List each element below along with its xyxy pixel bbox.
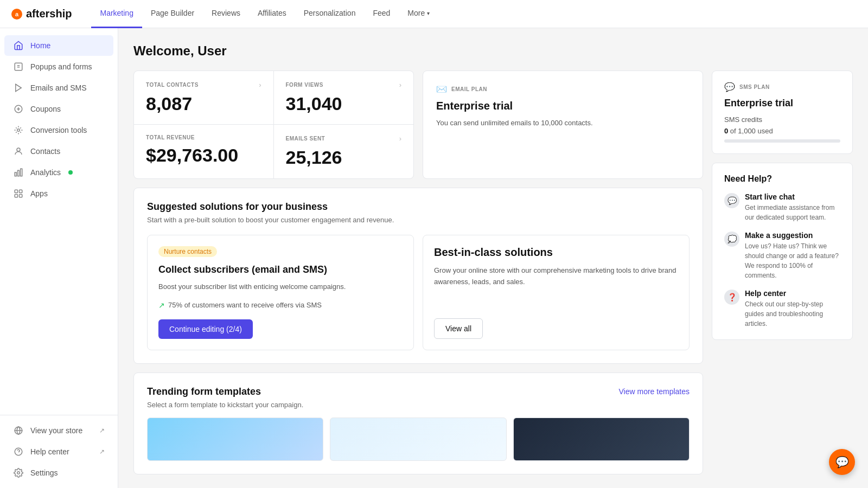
nav-reviews[interactable]: Reviews — [203, 0, 249, 28]
continue-editing-button[interactable]: Continue editing (2/4) — [158, 319, 253, 339]
emails-sent-value: 25,126 — [286, 147, 402, 168]
emails-sent-arrow: › — [399, 134, 401, 143]
external-link-icon-help: ↗ — [99, 448, 105, 455]
sidebar-menu: Home Popups and forms Emails and SMS Cou… — [0, 28, 118, 415]
settings-icon — [13, 467, 24, 478]
sidebar-settings[interactable]: Settings — [4, 463, 113, 483]
sidebar-item-contacts[interactable]: Contacts — [4, 141, 113, 162]
solutions-title: Suggested solutions for your business — [147, 201, 690, 213]
analytics-icon — [13, 167, 24, 178]
stat-emails-sent[interactable]: EMAILS SENT › 25,126 — [274, 125, 414, 178]
svg-rect-9 — [15, 172, 16, 176]
email-plan-card: ✉️ EMAIL PLAN Enterprise trial You can s… — [423, 70, 703, 179]
total-contacts-value: 8,087 — [146, 93, 261, 114]
top-nav: a aftership Marketing Page Builder Revie… — [0, 0, 868, 28]
live-chat-icon: 💬 — [724, 193, 739, 208]
templates-title: Trending form templates — [147, 386, 261, 397]
suggestion-icon: 💭 — [724, 232, 739, 247]
total-revenue-label: TOTAL REVENUE — [146, 134, 195, 140]
form-views-arrow: › — [399, 81, 401, 89]
sidebar-item-analytics[interactable]: Analytics — [4, 162, 113, 183]
sms-credits-label: SMS credits — [724, 115, 840, 124]
sidebar-item-emails-and-sms[interactable]: Emails and SMS — [4, 78, 113, 98]
content-right-wrapper: TOTAL CONTACTS › 8,087 FORM VIEWS › 31,0… — [133, 70, 853, 474]
help-center-title: Help center — [745, 289, 840, 298]
total-contacts-label: TOTAL CONTACTS — [146, 82, 199, 88]
coupons-icon — [13, 104, 24, 114]
stat-total-contacts[interactable]: TOTAL CONTACTS › 8,087 — [134, 71, 274, 125]
popups-icon — [13, 61, 24, 72]
suggested-solutions-card: Suggested solutions for your business St… — [133, 188, 703, 364]
nav-marketing[interactable]: Marketing — [91, 0, 142, 28]
help-center-desc: Check out our step-by-step guides and tr… — [745, 299, 840, 329]
nav-page-builder[interactable]: Page Builder — [142, 0, 203, 28]
live-chat-desc: Get immediate assistance from our dedica… — [745, 203, 840, 222]
svg-rect-15 — [20, 195, 22, 197]
sidebar-item-coupons[interactable]: Coupons — [4, 99, 113, 119]
email-plan-label: EMAIL PLAN — [451, 86, 487, 92]
need-help-title: Need Help? — [724, 174, 840, 184]
sms-plan-card: 💬 SMS PLAN Enterprise trial SMS credits … — [712, 70, 853, 154]
svg-marker-5 — [16, 84, 22, 92]
page-title: Welcome, User — [133, 43, 853, 59]
apps-icon — [13, 188, 24, 199]
view-all-button[interactable]: View all — [434, 318, 483, 339]
nav-affiliates[interactable]: Affiliates — [249, 0, 295, 28]
solutions-subtitle: Start with a pre-built solution to boost… — [147, 216, 690, 224]
sidebar-item-popups-and-forms[interactable]: Popups and forms — [4, 56, 113, 77]
stat-total-revenue[interactable]: TOTAL REVENUE $29,763.00 — [134, 125, 274, 178]
templates-subtitle: Select a form template to kickstart your… — [147, 401, 690, 409]
sms-credits-used: 0 of 1,000 used — [724, 127, 840, 135]
svg-text:a: a — [15, 11, 19, 17]
stat-form-views[interactable]: FORM VIEWS › 31,040 — [274, 71, 414, 125]
svg-rect-10 — [18, 170, 20, 176]
nav-feed[interactable]: Feed — [364, 0, 399, 28]
sidebar-item-apps[interactable]: Apps — [4, 183, 113, 204]
center-content: TOTAL CONTACTS › 8,087 FORM VIEWS › 31,0… — [133, 70, 703, 474]
nav-links: Marketing Page Builder Reviews Affiliate… — [91, 0, 438, 28]
contacts-icon — [13, 146, 24, 157]
logo[interactable]: a aftership — [11, 8, 72, 20]
view-more-templates-link[interactable]: View more templates — [619, 387, 690, 396]
svg-rect-13 — [20, 190, 22, 192]
nav-personalization[interactable]: Personalization — [295, 0, 365, 28]
stats-row: TOTAL CONTACTS › 8,087 FORM VIEWS › 31,0… — [133, 70, 703, 179]
svg-point-19 — [17, 472, 20, 474]
chat-bubble[interactable]: 💬 — [829, 449, 855, 475]
external-link-icon: ↗ — [99, 427, 105, 434]
sidebar-item-home[interactable]: Home — [4, 35, 113, 56]
template-thumb-1[interactable] — [147, 418, 323, 461]
stats-left-card: TOTAL CONTACTS › 8,087 FORM VIEWS › 31,0… — [133, 70, 414, 179]
help-help-center[interactable]: ❓ Help center Check out our step-by-step… — [724, 289, 840, 329]
form-views-label: FORM VIEWS — [286, 82, 323, 88]
right-panel: 💬 SMS PLAN Enterprise trial SMS credits … — [712, 70, 853, 340]
need-help-card: Need Help? 💬 Start live chat Get immedia… — [712, 163, 853, 340]
email-plan-description: You can send unlimited emails to 10,000 … — [436, 118, 690, 129]
collect-solution: Nurture contacts Collect subscribers (em… — [147, 235, 414, 350]
chevron-down-icon: ▾ — [427, 10, 430, 16]
emails-sent-label: EMAILS SENT — [286, 136, 326, 142]
chat-bubble-icon: 💬 — [835, 455, 849, 468]
email-plan-title: Enterprise trial — [436, 100, 690, 112]
svg-point-8 — [17, 148, 20, 151]
total-revenue-value: $29,763.00 — [146, 145, 261, 166]
svg-rect-14 — [15, 195, 17, 197]
sidebar-item-conversion-tools[interactable]: Conversion tools — [4, 120, 113, 140]
help-make-suggestion[interactable]: 💭 Make a suggestion Love us? Hate us? Th… — [724, 231, 840, 280]
suggestion-desc: Love us? Hate us? Think we should change… — [745, 241, 840, 280]
form-views-value: 31,040 — [286, 93, 402, 114]
sidebar-bottom: View your store ↗ Help center ↗ Settings — [0, 415, 118, 488]
best-in-class-description: Grow your online store with our comprehe… — [434, 265, 678, 288]
sms-plan-title: Enterprise trial — [724, 98, 840, 109]
store-icon — [13, 425, 24, 436]
total-contacts-arrow: › — [259, 81, 261, 89]
help-live-chat[interactable]: 💬 Start live chat Get immediate assistan… — [724, 192, 840, 222]
sidebar-help-center[interactable]: Help center ↗ — [4, 441, 113, 462]
template-thumb-3[interactable] — [513, 418, 690, 461]
emails-icon — [13, 82, 24, 93]
sms-progress-bar-bg — [724, 139, 840, 143]
sidebar-view-store[interactable]: View your store ↗ — [4, 420, 113, 441]
nav-more[interactable]: More ▾ — [399, 0, 438, 28]
conversion-icon — [13, 125, 24, 136]
template-thumb-2[interactable] — [330, 418, 506, 461]
